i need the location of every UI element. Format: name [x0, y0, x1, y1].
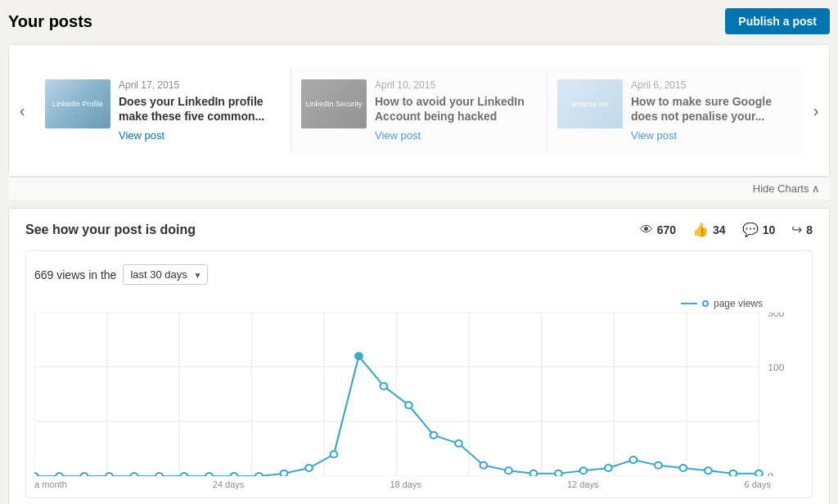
- data-point: [81, 473, 88, 476]
- data-point: [305, 465, 313, 471]
- data-point: [530, 470, 538, 476]
- svg-text:100: 100: [768, 362, 784, 371]
- data-point: [430, 432, 438, 439]
- legend-label: page views: [714, 298, 763, 309]
- chart-wrapper: 300 100 0: [34, 313, 804, 489]
- post-title: How to avoid your LinkedIn Account being…: [375, 94, 537, 124]
- x-label-month: a month: [34, 479, 67, 489]
- carousel-next-button[interactable]: ›: [803, 45, 829, 176]
- post-info: April 17, 2015 Does your LinkedIn profil…: [119, 79, 281, 142]
- metric-comments: 💬 10: [742, 222, 776, 237]
- data-point: [755, 470, 763, 476]
- metric-views: 👁 670: [640, 223, 676, 237]
- posts-carousel: ‹ LinkedIn Profile April 17, 2015 Does y…: [8, 44, 830, 177]
- hide-charts-bar[interactable]: Hide Charts ∧: [8, 177, 830, 200]
- views-value: 670: [657, 223, 676, 236]
- data-point: [680, 465, 687, 471]
- x-label-18: 18 days: [390, 479, 421, 489]
- line-chart: 300 100 0: [34, 313, 804, 476]
- legend-dot-icon: [702, 300, 709, 307]
- carousel-items-container: LinkedIn Profile April 17, 2015 Does you…: [35, 68, 803, 153]
- carousel-item: amazes.me April 6, 2015 How to make sure…: [547, 68, 803, 153]
- share-icon: ↪: [791, 222, 802, 237]
- data-point: [331, 451, 338, 457]
- hide-charts-label: Hide Charts ∧: [753, 182, 820, 195]
- view-post-link[interactable]: View post: [375, 129, 421, 142]
- data-point: [655, 462, 662, 469]
- data-point: [405, 402, 412, 408]
- comments-value: 10: [763, 223, 776, 236]
- data-point: [255, 473, 263, 476]
- post-date: April 10, 2015: [375, 79, 537, 91]
- data-point-peak: [355, 353, 363, 359]
- chart-legend: page views: [34, 298, 804, 309]
- post-title: Does your LinkedIn profile make these fi…: [119, 94, 281, 124]
- x-label-6: 6 days: [745, 479, 771, 489]
- stats-metrics: 👁 670 👍 34 💬 10 ↪ 8: [640, 222, 813, 237]
- view-post-link[interactable]: View post: [119, 129, 164, 142]
- post-thumbnail: amazes.me: [557, 79, 623, 128]
- post-date: April 6, 2015: [631, 79, 793, 91]
- comment-icon: 💬: [742, 222, 759, 237]
- thumbs-up-icon: 👍: [692, 222, 709, 237]
- period-select-wrapper: last 30 days last 7 days last 60 days ▼: [123, 264, 208, 285]
- legend-line-icon: [681, 303, 697, 304]
- x-label-24: 24 days: [213, 479, 245, 489]
- carousel-item: LinkedIn Security April 10, 2015 How to …: [291, 68, 547, 153]
- page-title: Your posts: [8, 12, 92, 31]
- chart-controls: 669 views in the last 30 days last 7 day…: [34, 264, 804, 285]
- data-point: [605, 465, 612, 471]
- data-point: [729, 470, 737, 476]
- data-point: [181, 473, 188, 476]
- post-info: April 10, 2015 How to avoid your LinkedI…: [375, 79, 537, 142]
- data-point: [705, 467, 712, 474]
- carousel-prev-button[interactable]: ‹: [9, 45, 35, 176]
- post-thumbnail: LinkedIn Security: [301, 79, 367, 128]
- stats-panel: See how your post is doing 👁 670 👍 34 💬 …: [8, 208, 830, 504]
- metric-shares: ↪ 8: [791, 222, 813, 237]
- post-thumbnail: LinkedIn Profile: [45, 79, 110, 128]
- data-point: [455, 440, 462, 447]
- stats-title: See how your post is doing: [25, 223, 196, 237]
- svg-text:300: 300: [768, 313, 784, 318]
- carousel-item: LinkedIn Profile April 17, 2015 Does you…: [35, 68, 291, 153]
- data-point: [56, 473, 63, 476]
- likes-value: 34: [713, 223, 726, 236]
- period-select[interactable]: last 30 days last 7 days last 60 days: [123, 264, 208, 285]
- data-point: [630, 457, 638, 463]
- post-info: April 6, 2015 How to make sure Google do…: [631, 79, 793, 142]
- data-point: [205, 473, 213, 476]
- data-point: [505, 467, 512, 474]
- svg-text:0: 0: [768, 471, 773, 476]
- metric-likes: 👍 34: [692, 222, 726, 237]
- data-point: [555, 470, 562, 476]
- data-point: [155, 473, 163, 476]
- post-date: April 17, 2015: [119, 79, 281, 91]
- data-point: [106, 473, 113, 476]
- data-point: [231, 473, 238, 476]
- data-point: [281, 470, 288, 476]
- eye-icon: 👁: [640, 223, 653, 237]
- data-point: [480, 462, 488, 469]
- data-point: [381, 383, 388, 389]
- publish-post-button[interactable]: Publish a post: [725, 8, 830, 34]
- x-label-12: 12 days: [567, 479, 599, 489]
- view-post-link[interactable]: View post: [631, 129, 677, 142]
- stats-header: See how your post is doing 👁 670 👍 34 💬 …: [25, 222, 813, 237]
- data-point: [580, 467, 588, 474]
- data-point: [34, 473, 38, 476]
- post-title: How to make sure Google does not penalis…: [631, 94, 793, 124]
- chart-area: 669 views in the last 30 days last 7 day…: [25, 250, 813, 498]
- shares-value: 8: [806, 223, 813, 236]
- views-in-label: 669 views in the: [34, 268, 116, 281]
- data-point: [131, 473, 138, 476]
